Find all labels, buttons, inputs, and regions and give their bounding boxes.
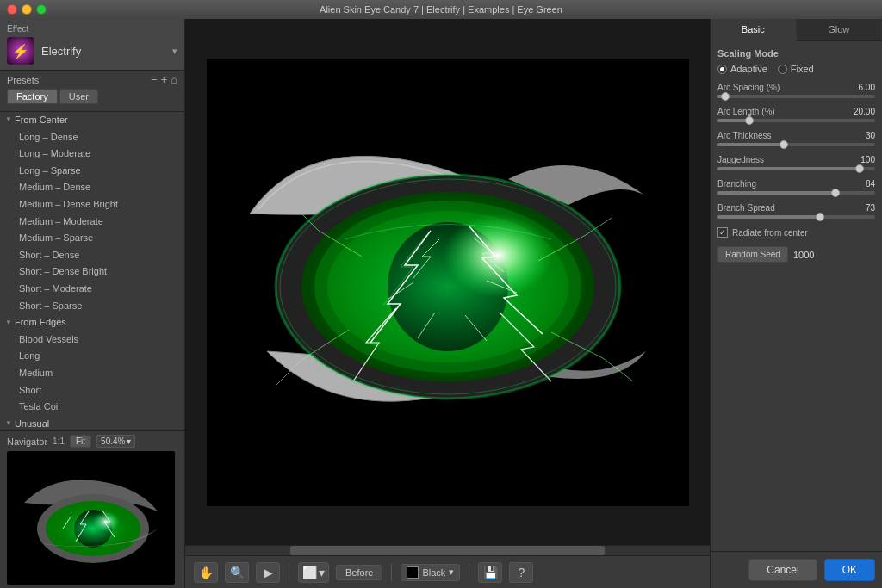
cancel-button[interactable]: Cancel — [748, 559, 817, 581]
presets-home-button[interactable]: ⌂ — [171, 74, 177, 85]
radiate-checkbox-row[interactable]: ✓ Radiate from center — [717, 227, 875, 238]
right-tabs: Basic Glow — [711, 19, 882, 41]
navigator-percent[interactable]: 50.4% ▾ — [96, 435, 135, 448]
slider-thumb-arc_spacing[interactable] — [721, 92, 730, 101]
slider-track-arc_spacing[interactable] — [717, 95, 875, 98]
scaling-mode-radio-group: Adaptive Fixed — [717, 64, 875, 74]
effect-dropdown-arrow[interactable]: ▾ — [172, 46, 177, 57]
tree-item[interactable]: Long – Moderate — [0, 145, 184, 163]
tree-group-from-center[interactable]: From Center — [0, 112, 184, 129]
color-picker-button[interactable]: Black ▾ — [401, 564, 460, 581]
presets-plus-button[interactable]: + — [161, 74, 168, 85]
slider-track-arc_length[interactable] — [717, 119, 875, 122]
slider-track-jaggedness[interactable] — [717, 167, 875, 170]
radiate-label: Radiate from center — [732, 228, 808, 238]
tree-item[interactable]: Long — [0, 348, 184, 365]
slider-header-arc_spacing: Arc Spacing (%) 6.00 — [717, 83, 875, 92]
preset-tabs: Factory User — [7, 89, 177, 104]
minimize-button[interactable] — [22, 4, 32, 15]
radio-fixed-dot[interactable] — [778, 65, 787, 74]
play-button[interactable]: ▶ — [256, 562, 280, 583]
slider-track-branching[interactable] — [717, 191, 875, 195]
svg-point-5 — [89, 509, 123, 535]
tab-basic[interactable]: Basic — [711, 19, 797, 41]
canvas-scrollbar-h[interactable] — [185, 545, 710, 555]
slider-thumb-jaggedness[interactable] — [855, 164, 864, 173]
radio-fixed[interactable]: Fixed — [778, 64, 814, 74]
slider-thumb-arc_thickness[interactable] — [780, 140, 788, 149]
slider-value-arc_length: 20.00 — [854, 107, 875, 116]
tree-item[interactable]: Short – Moderate — [0, 281, 184, 298]
before-button[interactable]: Before — [336, 565, 382, 580]
presets-minus-button[interactable]: − — [151, 74, 158, 85]
close-button[interactable] — [7, 4, 17, 15]
titlebar-buttons — [7, 4, 47, 15]
slider-row-branching: Branching 84 — [717, 179, 875, 195]
main-layout: Effect ⚡ Electrify ▾ Presets − + ⌂ Facto… — [0, 19, 882, 588]
presets-label: Presets — [7, 75, 39, 85]
sliders-container: Arc Spacing (%) 6.00 Arc Length (%) 20.0… — [717, 83, 875, 219]
radiate-checkbox[interactable]: ✓ — [717, 227, 728, 238]
right-panel: Basic Glow Scaling Mode Adaptive Fixed A… — [710, 19, 882, 588]
tree-item[interactable]: Long – Dense — [0, 129, 184, 146]
tree-group-unusual[interactable]: Unusual — [0, 416, 184, 430]
save-icon: 💾 — [483, 566, 498, 579]
navigator-fit-button[interactable]: Fit — [70, 435, 91, 448]
slider-thumb-arc_length[interactable] — [745, 116, 754, 125]
tree-item[interactable]: Medium – Dense — [0, 179, 184, 196]
presets-header: Presets − + ⌂ — [7, 74, 177, 85]
slider-header-branch_spread: Branch Spread 73 — [717, 203, 875, 213]
tab-glow[interactable]: Glow — [797, 19, 883, 40]
navigator-preview — [7, 451, 175, 585]
canvas-scrollbar-thumb[interactable] — [290, 546, 605, 555]
view-mode-button[interactable]: ⬜ ▾ — [298, 562, 329, 583]
radio-adaptive-dot[interactable] — [717, 65, 727, 74]
tree-item[interactable]: Short — [0, 382, 184, 399]
random-seed-button[interactable]: Random Seed — [717, 246, 788, 263]
tree-group-from-edges[interactable]: From Edges — [0, 314, 184, 331]
hand-tool-button[interactable]: ✋ — [194, 562, 218, 583]
tree-item[interactable]: Medium – Dense Bright — [0, 196, 184, 214]
slider-label-branching: Branching — [717, 179, 756, 189]
color-label: Black — [422, 567, 445, 578]
window-title: Alien Skin Eye Candy 7 | Electrify | Exa… — [320, 4, 562, 15]
save-button[interactable]: 💾 — [478, 562, 502, 583]
slider-thumb-branching[interactable] — [831, 189, 840, 197]
zoom-icon: 🔍 — [230, 566, 245, 579]
help-button[interactable]: ? — [509, 562, 533, 583]
navigator-label: Navigator — [7, 436, 47, 447]
right-panel-content: Scaling Mode Adaptive Fixed Arc Spacing … — [711, 41, 882, 551]
canvas-area[interactable] — [185, 19, 710, 545]
slider-row-arc_length: Arc Length (%) 20.00 — [717, 107, 875, 122]
effect-label: Effect — [7, 24, 177, 34]
center-canvas: ✋ 🔍 ▶ ⬜ ▾ Before Black ▾ — [185, 19, 710, 588]
slider-label-arc_thickness: Arc Thickness — [717, 131, 772, 140]
tree-item[interactable]: Short – Sparse — [0, 298, 184, 315]
zoom-tool-button[interactable]: 🔍 — [225, 562, 249, 583]
tree-item[interactable]: Tesla Coil — [0, 399, 184, 416]
slider-header-arc_thickness: Arc Thickness 30 — [717, 131, 875, 140]
tree-item[interactable]: Long – Sparse — [0, 163, 184, 180]
canvas-image — [207, 59, 689, 506]
tree-item[interactable]: Short – Dense — [0, 247, 184, 264]
navigator-percent-value: 50.4% — [101, 436, 125, 446]
tab-user[interactable]: User — [59, 89, 98, 104]
slider-label-branch_spread: Branch Spread — [717, 203, 775, 213]
tree-item[interactable]: Medium — [0, 365, 184, 382]
ok-button[interactable]: OK — [824, 559, 875, 581]
tree-item[interactable]: Short – Dense Bright — [0, 263, 184, 281]
slider-label-arc_length: Arc Length (%) — [717, 107, 775, 116]
slider-track-branch_spread[interactable] — [717, 215, 875, 219]
seed-value: 1000 — [793, 250, 814, 260]
slider-thumb-branch_spread[interactable] — [816, 213, 824, 221]
maximize-button[interactable] — [36, 4, 47, 15]
tree-item[interactable]: Blood Vessels — [0, 331, 184, 349]
slider-track-arc_thickness[interactable] — [717, 143, 875, 146]
radio-adaptive[interactable]: Adaptive — [717, 64, 767, 74]
tree-item[interactable]: Medium – Sparse — [0, 230, 184, 247]
slider-value-arc_thickness: 30 — [866, 131, 875, 140]
preset-tree[interactable]: From CenterLong – DenseLong – ModerateLo… — [0, 112, 184, 430]
toolbar-separator-2 — [391, 564, 392, 581]
tab-factory[interactable]: Factory — [7, 89, 58, 104]
tree-item[interactable]: Medium – Moderate — [0, 214, 184, 231]
